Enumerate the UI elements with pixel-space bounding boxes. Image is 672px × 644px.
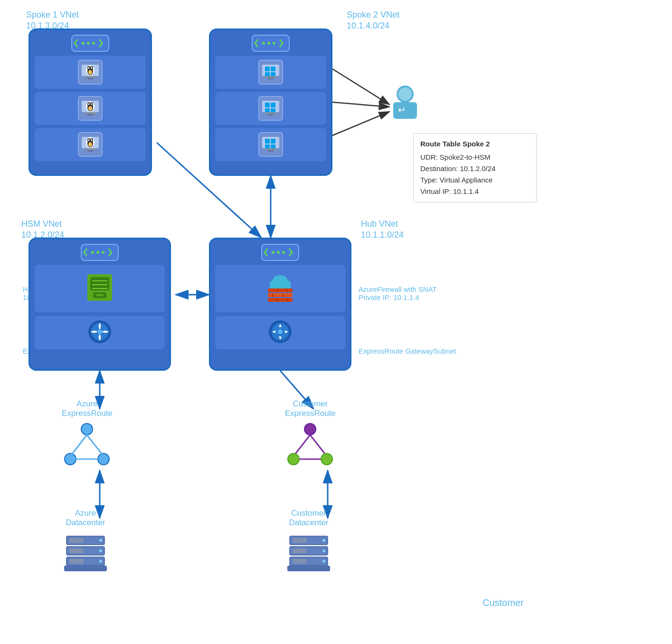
svg-point-13 [82, 42, 85, 45]
svg-line-11 [332, 102, 389, 107]
svg-point-22 [88, 67, 90, 69]
svg-point-153 [322, 560, 325, 563]
svg-point-49 [262, 42, 265, 45]
svg-rect-112 [268, 298, 293, 302]
customer-dc-label: Customer Datacenter [289, 509, 328, 527]
svg-point-137 [321, 453, 332, 465]
firewall-icon [263, 270, 297, 307]
route-table-udr: UDR: Spoke2-to-HSM [420, 152, 530, 163]
svg-point-14 [87, 42, 90, 45]
customer-datacenter: Customer Datacenter [285, 509, 332, 576]
hub-vnet-box [209, 238, 351, 371]
svg-rect-63 [271, 103, 275, 107]
windows-vm2-icon [258, 96, 283, 121]
svg-rect-71 [271, 139, 275, 144]
svg-rect-145 [69, 548, 84, 553]
svg-rect-70 [265, 139, 270, 144]
svg-point-126 [81, 423, 93, 435]
spoke1-vm3-row [35, 128, 146, 161]
customer-er-label: Customer ExpressRoute [285, 399, 336, 418]
svg-point-34 [91, 103, 93, 105]
svg-rect-155 [293, 548, 307, 553]
hub-gw-icon [268, 319, 293, 346]
azure-datacenter: Azure Datacenter [62, 509, 109, 576]
svg-line-10 [332, 69, 389, 105]
route-table-box: Route Table Spoke 2 UDR: Spoke2-to-HSM D… [413, 133, 537, 202]
svg-line-133 [310, 435, 325, 454]
svg-point-50 [267, 42, 270, 45]
svg-rect-47 [85, 148, 96, 150]
route-table-vip: Virtual IP: 10.1.1.4 [420, 186, 530, 197]
svg-point-82 [102, 251, 104, 254]
svg-point-128 [98, 453, 109, 465]
svg-text:↵: ↵ [398, 105, 406, 115]
azure-expressroute: Azure ExpressRoute [62, 399, 113, 471]
hsm-device-row [35, 265, 165, 312]
customer-label: Customer [483, 597, 524, 608]
spoke2-vm3-row [215, 128, 326, 161]
svg-rect-55 [271, 67, 275, 71]
linux-vm3-icon [78, 132, 103, 157]
svg-point-121 [278, 329, 283, 334]
svg-rect-110 [268, 288, 293, 292]
hsm-gw-row [35, 316, 165, 349]
spoke1-vm2-row [35, 92, 146, 125]
azure-er-label: Azure ExpressRoute [62, 399, 113, 418]
svg-point-135 [304, 423, 316, 435]
svg-rect-58 [265, 76, 276, 78]
svg-rect-144 [69, 538, 84, 543]
svg-line-129 [72, 435, 87, 454]
svg-point-23 [91, 67, 93, 69]
svg-rect-147 [64, 566, 107, 571]
svg-point-35 [88, 106, 92, 111]
svg-point-102 [272, 251, 274, 254]
hsm-gw-icon [87, 319, 112, 346]
windows-vm3-icon [258, 132, 283, 157]
svg-point-81 [96, 251, 99, 254]
spoke1-dots-icon [71, 35, 109, 52]
spoke1-vm1-row [35, 56, 146, 89]
spoke2-vnet-label: Spoke 2 VNet 10.1.4.0/24 [347, 10, 399, 32]
linux-vm1-icon [78, 60, 103, 85]
svg-point-141 [99, 539, 102, 542]
svg-point-151 [322, 539, 325, 542]
azure-er-icon [63, 422, 111, 470]
user-icon: ↵ [389, 81, 427, 125]
svg-line-132 [295, 435, 310, 454]
svg-rect-25 [85, 76, 96, 78]
svg-rect-75 [268, 150, 274, 152]
spoke2-dots-icon [252, 35, 290, 52]
svg-rect-59 [268, 78, 274, 79]
svg-rect-36 [85, 112, 96, 114]
spoke2-vm2-row [215, 92, 326, 125]
svg-line-130 [87, 435, 102, 454]
svg-rect-146 [69, 559, 84, 564]
svg-point-142 [99, 549, 102, 552]
hub-gw-row [215, 316, 345, 349]
svg-point-24 [88, 70, 92, 75]
svg-point-136 [288, 453, 299, 465]
svg-point-143 [99, 560, 102, 563]
svg-rect-157 [287, 566, 330, 571]
svg-rect-74 [265, 148, 276, 150]
svg-rect-67 [268, 114, 274, 115]
hub-firewall-label: AzureFirewall with SNAT Private IP: 10.1… [359, 285, 437, 301]
spoke2-vm1-row [215, 56, 326, 89]
customer-er-icon [286, 422, 334, 470]
svg-point-78 [398, 87, 412, 101]
route-table-type: Type: Virtual Appliance [420, 174, 530, 186]
route-table-destination: Destination: 10.1.2.0/24 [420, 163, 530, 174]
windows-vm1-icon [258, 60, 283, 85]
svg-point-104 [282, 251, 285, 254]
svg-line-12 [332, 112, 389, 135]
svg-rect-111 [268, 293, 293, 297]
svg-rect-66 [265, 112, 276, 114]
svg-point-45 [91, 139, 93, 141]
svg-rect-48 [87, 150, 93, 152]
svg-point-44 [88, 139, 90, 141]
linux-vm2-icon [78, 96, 103, 121]
diagram-container: Spoke 1 VNet 10.1.3.0/24 [0, 0, 672, 644]
svg-rect-62 [265, 103, 270, 107]
spoke1-vnet-box [28, 29, 152, 176]
hub-dots-icon [261, 244, 299, 261]
